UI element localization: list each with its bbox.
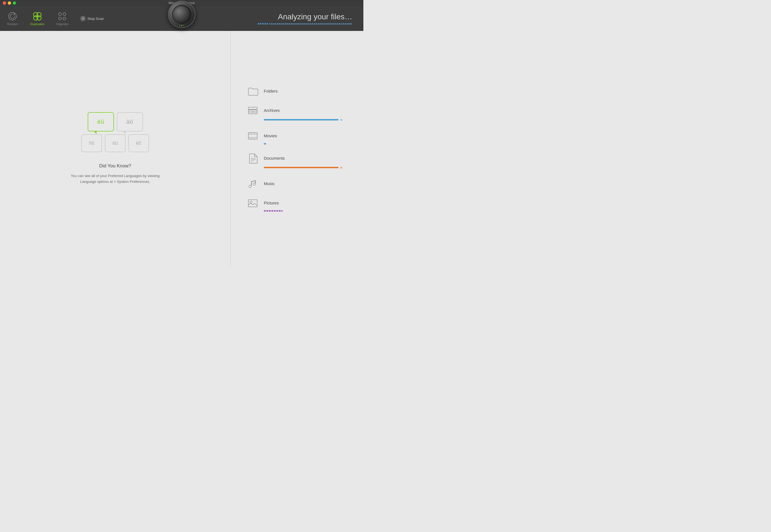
progress-bar-container [258, 23, 352, 25]
music-label: Music [264, 181, 275, 186]
did-you-know-desc: You can see all of your Preferred Langua… [68, 173, 162, 185]
center-knob [168, 1, 196, 28]
nav-item-reclaim[interactable]: Reclaim [0, 6, 25, 31]
archives-bar [264, 119, 339, 120]
svg-rect-26 [248, 200, 257, 207]
movies-bar-row [247, 143, 347, 144]
pictures-label: Pictures [264, 201, 279, 205]
documents-icon [247, 153, 258, 164]
knob-dot-2 [181, 25, 182, 26]
left-panel: éū àó ñŭ öü ěč Did You Know? You can see… [0, 31, 231, 266]
movies-label: Movies [264, 133, 277, 138]
pictures-icon [247, 197, 258, 209]
pictures-bar-8 [281, 210, 283, 212]
reclaim-label: Reclaim [7, 22, 18, 26]
lang-bubble-ao: àó [117, 112, 143, 131]
pictures-bar-4 [271, 210, 273, 212]
duplicates-label: Duplicates [30, 22, 44, 26]
organize-icon [57, 11, 67, 21]
progress-dot-1 [258, 23, 260, 25]
progress-dots [258, 23, 268, 25]
knob-outer [168, 1, 196, 28]
language-illustration: éū àó ñŭ öü ěč [81, 112, 149, 152]
progress-dot-5 [267, 23, 268, 25]
archives-plus: + [340, 118, 342, 122]
progress-dot-2 [260, 23, 262, 25]
folder-icon [247, 86, 258, 97]
minimize-button[interactable] [8, 1, 11, 5]
category-folders: Folders [247, 86, 347, 97]
pictures-bar-5 [274, 210, 276, 212]
analyzing-text: Analyzing your files… [258, 12, 352, 21]
category-music-header: Music [247, 178, 347, 189]
category-movies: Movies [247, 130, 347, 144]
pictures-bar-row [247, 210, 347, 212]
right-panel: Folders Archives + [231, 31, 363, 266]
archives-bar-row: + [247, 118, 347, 122]
documents-plus: + [340, 165, 342, 170]
documents-label: Documents [264, 156, 285, 160]
stop-scan-icon: ✕ [80, 16, 86, 21]
svg-point-7 [59, 17, 61, 20]
toolbar-nav: Reclaim Duplicates Organize ✕ [0, 6, 104, 31]
svg-point-6 [63, 13, 66, 15]
svg-rect-14 [248, 133, 257, 139]
category-folders-header: Folders [247, 86, 347, 97]
category-archives: Archives + [247, 105, 347, 122]
category-pictures: Pictures [247, 197, 347, 212]
lang-bubble-ec: ěč [128, 134, 149, 152]
svg-point-0 [9, 12, 16, 20]
did-you-know-title: Did You Know? [99, 163, 131, 169]
progress-dot-3 [262, 23, 264, 25]
movies-icon [247, 130, 258, 141]
archives-icon [247, 105, 258, 116]
category-documents: Documents + [247, 153, 347, 170]
progress-line [269, 23, 352, 24]
documents-bar-row: + [247, 165, 347, 170]
main-content: éū àó ñŭ öü ěč Did You Know? You can see… [0, 31, 363, 266]
folders-label: Folders [264, 89, 278, 93]
category-archives-header: Archives [247, 105, 347, 116]
lang-bubble-eu: éū [88, 112, 114, 131]
svg-point-4 [37, 16, 41, 20]
svg-point-27 [250, 201, 252, 203]
window-controls [3, 1, 16, 5]
movies-bar [264, 143, 266, 144]
progress-dot-4 [264, 23, 266, 25]
maximize-button[interactable] [13, 1, 16, 5]
lang-bubble-ou: öü [105, 134, 125, 152]
documents-bar [264, 167, 339, 168]
category-movies-header: Movies [247, 130, 347, 141]
knob-dots [179, 25, 184, 26]
lang-row-1: éū àó [88, 112, 143, 131]
archives-label: Archives [264, 108, 280, 113]
pictures-bar-3 [269, 210, 271, 212]
pictures-bar-7 [279, 210, 281, 212]
svg-point-8 [63, 17, 66, 20]
svg-rect-10 [248, 110, 257, 114]
knob-dot-1 [179, 25, 180, 26]
duplicates-icon [32, 11, 42, 21]
pictures-bar-group [264, 210, 283, 212]
svg-point-13 [253, 111, 253, 112]
pictures-bar-6 [276, 210, 278, 212]
category-documents-header: Documents [247, 153, 347, 164]
music-icon [247, 178, 258, 189]
toolbar-right: Analyzing your files… [258, 12, 352, 25]
svg-point-5 [59, 13, 61, 15]
pictures-bar-1 [264, 210, 266, 212]
lang-row-2: ñŭ öü ěč [81, 134, 149, 152]
stop-scan-button[interactable]: ✕ Stop Scan [80, 16, 104, 21]
close-button[interactable] [3, 1, 6, 5]
lang-bubble-nu: ñŭ [81, 134, 102, 152]
toolbar: Reclaim Duplicates Organize ✕ [0, 6, 363, 31]
knob-inner [172, 5, 191, 24]
category-pictures-header: Pictures [247, 197, 347, 209]
nav-item-duplicates[interactable]: Duplicates [25, 6, 50, 31]
knob-dot-3 [183, 25, 184, 26]
svg-rect-9 [248, 107, 257, 109]
nav-item-organize[interactable]: Organize [50, 6, 75, 31]
stop-scan-label: Stop Scan [87, 17, 104, 21]
organize-label: Organize [56, 22, 69, 26]
category-music: Music [247, 178, 347, 189]
